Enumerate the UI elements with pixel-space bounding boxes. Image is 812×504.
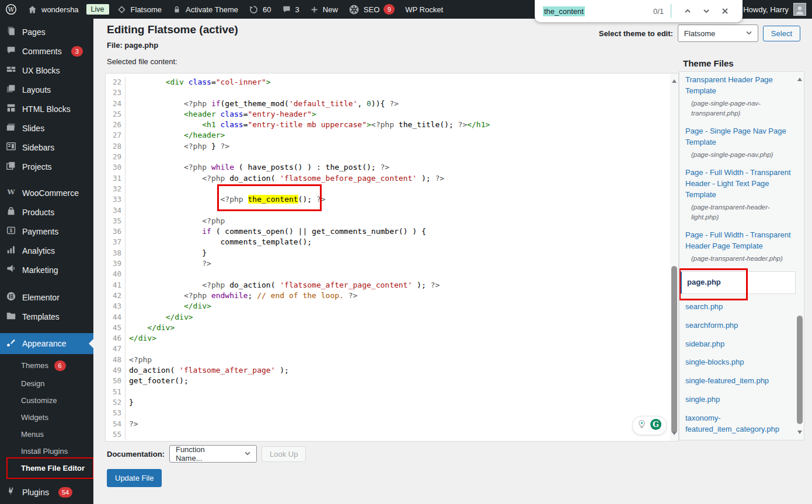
scroll-down-arrow[interactable] [797,430,802,436]
theme-file-label: Page - Full Width - Transparent Header -… [685,168,791,199]
site-name: wondersha [41,5,79,14]
woocommerce-icon: W [6,187,16,199]
plugins-badge: 54 [58,487,72,498]
submenu-item-design[interactable]: Design [0,375,93,392]
wp-rocket-menu[interactable]: WP Rocket [400,0,448,19]
code-editor[interactable]: 22 <div class="col-inner">23 24 <?php if… [105,73,679,442]
sidebar-item-templates[interactable]: Templates [0,307,93,326]
scroll-down-arrow[interactable] [672,432,677,438]
sidebar-item-label: Slides [22,124,44,133]
theme-file-item[interactable]: page.php [679,271,796,294]
sidebar-item-woocommerce[interactable]: W WooCommerce [0,183,93,202]
submenu-item-widgets[interactable]: Widgets [0,409,93,426]
avatar[interactable] [793,3,806,16]
new-menu[interactable]: New [305,0,343,19]
find-bar[interactable]: the_content 0/1 [535,0,743,22]
theme-file-item[interactable]: Page - Single Page Nav Page Template(pag… [685,126,792,160]
sidebar-item-ux-blocks[interactable]: UX Blocks [0,61,93,80]
theme-file-item[interactable]: searchform.php [685,320,792,331]
theme-file-item[interactable]: search.php [685,302,792,313]
lookup-button[interactable]: Look Up [262,446,306,462]
sidebar-item-plugins[interactable]: Plugins 54 [0,482,93,502]
sidebar-item-elementor[interactable]: Elementor [0,288,93,307]
flatsome-menu[interactable]: Flatsome [111,0,167,19]
theme-file-item[interactable]: Page - Full Width - Transparent Header -… [685,167,792,222]
find-close-button[interactable] [716,5,734,17]
activate-theme-menu[interactable]: Activate Theme [167,0,243,19]
sidebar-item-slides[interactable]: Slides [0,118,93,138]
sidebar-item-users[interactable] [0,502,93,504]
theme-files-scrollbar[interactable] [796,72,804,440]
scroll-up-arrow[interactable] [797,75,802,81]
updates-menu[interactable]: 60 [243,0,276,19]
code-line: 35 <?php [106,216,670,226]
code-line: 49do_action( 'flatsome_after_page' ); [106,365,670,376]
wordpress-logo-menu[interactable]: W [0,0,22,19]
line-number: 43 [106,301,126,312]
code-scrollbar[interactable] [670,74,678,441]
seo-menu[interactable]: SEO 9 [343,0,400,19]
sidebar-item-projects[interactable]: Projects [0,157,93,176]
sidebar-item-pages[interactable]: Pages [0,22,93,41]
line-number: 44 [106,312,126,323]
theme-file-item[interactable]: Transparent Header Page Template(page-si… [685,75,792,118]
code-line: 34 [106,205,670,216]
find-next-button[interactable] [697,5,716,17]
theme-file-item[interactable]: Page - Full Width - Transparent Header P… [685,230,792,264]
select-theme-button[interactable]: Select [763,26,800,41]
update-file-button[interactable]: Update File [107,469,162,487]
code-line: 25 <header class="entry-header"> [106,109,670,120]
theme-file-description: (page-single-page-nav-transparent.php) [685,99,792,119]
howdy-label[interactable]: Howdy, Harry [743,5,789,14]
sidebar-item-layouts[interactable]: Layouts [0,80,93,99]
grammarly-widget[interactable]: G [632,416,667,435]
find-query-input[interactable]: the_content [543,6,585,16]
sidebar-item-products[interactable]: Products [0,202,93,222]
submenu-item-menus[interactable]: Menus [0,426,93,443]
sidebar-item-appearance[interactable]: Appearance [0,333,93,354]
theme-file-item[interactable]: single-blocks.php [685,357,792,368]
line-number: 29 [106,152,126,162]
line-number: 45 [106,323,126,333]
documentation-select[interactable]: Function Name... [169,445,257,463]
scroll-up-arrow[interactable] [672,77,677,83]
submenu-item-install-plugins[interactable]: Install Plugins [0,443,93,460]
comments-menu[interactable]: 3 [277,0,305,19]
submenu-item-customize[interactable]: Customize [0,392,93,409]
scroll-thumb[interactable] [797,316,803,424]
find-previous-button[interactable] [678,5,697,17]
code-line: 22 <div class="col-inner"> [106,77,670,88]
submenu-item-themes[interactable]: Themes 6 [0,356,93,375]
sidebar-item-label: Templates [22,312,60,321]
code-line: 51 [106,387,670,397]
theme-select[interactable]: Flatsome [678,24,758,42]
code-line: 52} [106,397,670,408]
submenu-item-theme-file-editor[interactable]: Theme File Editor [0,460,93,477]
code-area[interactable]: 22 <div class="col-inner">23 24 <?php if… [106,74,670,441]
svg-text:$: $ [10,228,13,233]
theme-file-item[interactable]: sidebar.php [685,339,792,350]
folder-icon [6,310,16,323]
theme-files-list: Transparent Header Page Template(page-si… [679,71,796,440]
sidebar-item-marketing[interactable]: Marketing [0,260,93,279]
sidebar-item-html-blocks[interactable]: HTML Blocks [0,99,93,118]
line-number: 54 [106,419,126,429]
theme-file-description: (page-single-page-nav.php) [685,150,792,160]
bricks-icon [6,64,16,76]
sidebar-item-label: Marketing [22,265,58,275]
line-number: 22 [106,77,126,88]
sidebar-item-payments[interactable]: $ Payments [0,222,93,241]
theme-file-item[interactable]: single-featured_item.php [685,376,792,387]
sidebar-item-comments[interactable]: Comments 3 [0,41,93,61]
theme-file-item[interactable]: taxonomy-featured_item_category.php [685,413,792,435]
scroll-thumb[interactable] [671,266,677,433]
site-name-menu[interactable]: wondersha [22,0,84,19]
line-number: 38 [106,248,126,258]
code-line: 40 [106,269,670,279]
theme-file-description: (page-transparent-header.php) [685,254,792,264]
sidebar-item-sidebars[interactable]: Sidebars [0,138,93,157]
sidebar-item-analytics[interactable]: Analytics [0,241,93,260]
line-number: 41 [106,280,126,290]
lightbulb-icon [637,419,647,432]
theme-file-item[interactable]: single.php [685,394,792,405]
